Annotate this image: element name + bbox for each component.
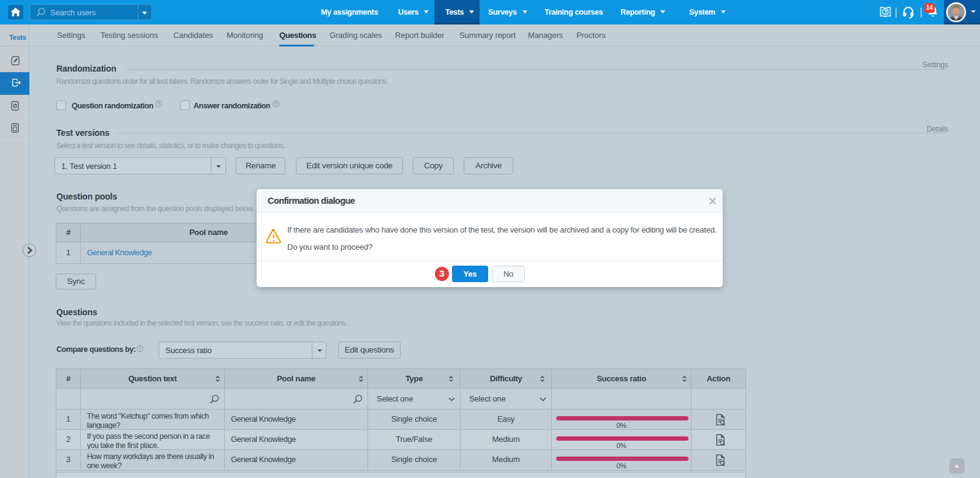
svg-text:?: ? (884, 8, 888, 15)
